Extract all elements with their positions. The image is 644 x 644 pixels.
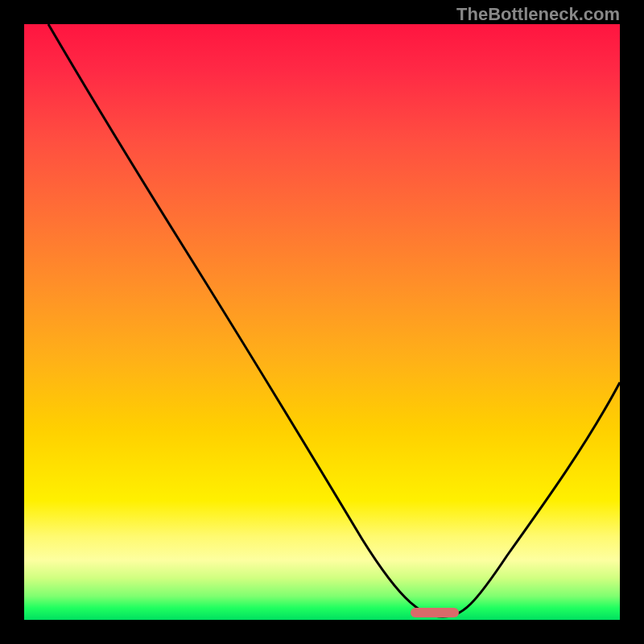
curve-svg bbox=[24, 24, 620, 620]
bottleneck-curve bbox=[48, 24, 620, 617]
optimal-marker bbox=[411, 608, 459, 617]
watermark-text: TheBottleneck.com bbox=[456, 4, 620, 25]
chart-frame bbox=[24, 24, 620, 620]
